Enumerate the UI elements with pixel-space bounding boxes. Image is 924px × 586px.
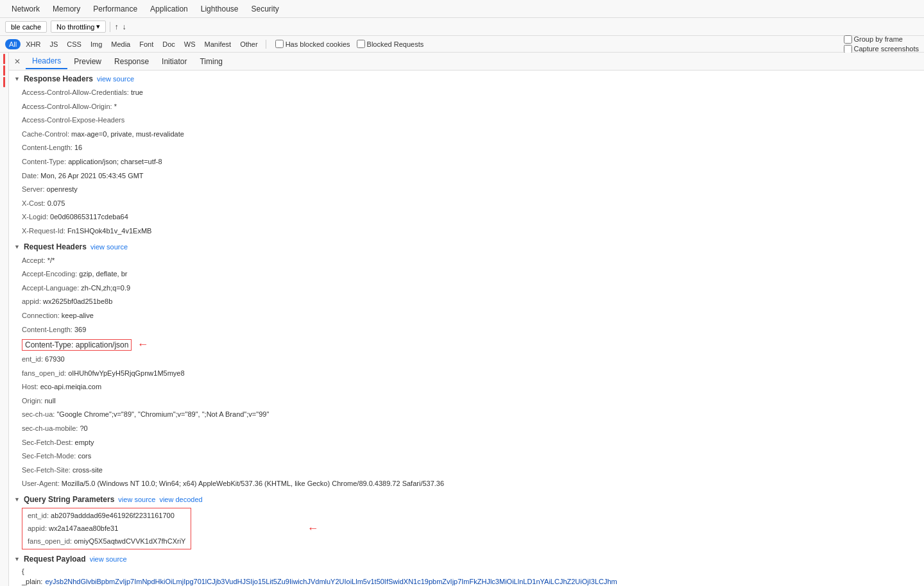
close-icon[interactable]: ✕ [14,57,21,66]
content-type-highlighted-row: Content-Type: application/json ← [14,337,919,353]
header-value: Mozilla/5.0 (Windows NT 10.0; Win64; x64… [62,480,444,487]
header-name: Origin: [22,397,42,405]
header-row: User-Agent: Mozilla/5.0 (Windows NT 10.0… [14,477,919,491]
header-name: Accept-Language: [22,284,79,292]
header-value: 369 [74,326,86,333]
view-source-link[interactable]: view source [118,496,155,503]
header-name: Connection: [22,312,60,319]
header-value: keep-alive [62,312,94,319]
header-name: Host: [22,383,38,390]
red-arrow-icon: ← [307,522,318,535]
filter-js[interactable]: JS [46,39,62,49]
query-params-section[interactable]: ▼ Query String Parameters view source vi… [14,491,919,506]
filter-other[interactable]: Other [236,39,262,49]
collapse-triangle: ▼ [14,76,20,82]
tab-initiator[interactable]: Initiator [155,54,193,69]
header-row: Access-Control-Allow-Origin: * [14,100,919,114]
blocked-cookies-checkbox[interactable] [275,40,284,48]
nav-security[interactable]: Security [245,2,286,16]
request-payload-section[interactable]: ▼ Request Payload view source [14,551,919,566]
disable-cache-button[interactable]: ble cache [5,21,47,33]
header-name: Accept: [22,256,46,264]
filter-css[interactable]: CSS [63,39,85,49]
header-row: Accept: */* [14,254,919,268]
filter-img[interactable]: Img [87,39,106,49]
nav-network[interactable]: Network [5,2,46,16]
header-value: true [131,88,143,96]
param-name: appid: [28,524,47,532]
header-value: cors [78,452,91,460]
view-decoded-link[interactable]: view decoded [159,496,202,503]
nav-memory[interactable]: Memory [46,2,87,16]
capture-screenshots-filter[interactable]: Capture screenshots [844,45,920,53]
header-name: appid: [22,297,41,305]
header-value: application/json [76,340,129,349]
header-name: Content-Type: [25,340,73,349]
header-name: Accept-Encoding: [22,270,77,278]
red-arrow-icon: ← [137,338,148,351]
header-name: Server: [22,185,44,193]
top-nav: Network Memory Performance Application L… [0,0,924,18]
filter-xhr[interactable]: XHR [22,39,44,49]
view-source-link[interactable]: view source [90,555,127,563]
header-name: X-Request-Id: [22,227,65,235]
header-name: Access-Control-Allow-Credentials: [22,88,129,96]
tab-response[interactable]: Response [108,54,155,69]
header-row: Sec-Fetch-Mode: cors [14,449,919,464]
request-indicator-3 [3,77,5,87]
filter-media[interactable]: Media [107,39,134,49]
filter-font[interactable]: Font [135,39,157,49]
header-row: Content-Type: application/json; charset=… [14,155,919,169]
view-source-link[interactable]: view source [90,243,128,251]
throttle-button[interactable]: No throttling ▾ [51,21,106,33]
filter-separator [266,40,266,49]
blocked-cookies-filter[interactable]: Has blocked cookies [275,40,350,48]
header-name: ent_id: [22,355,43,363]
tab-timing[interactable]: Timing [193,54,229,69]
nav-application[interactable]: Application [144,2,194,16]
header-name: Sec-Fetch-Dest: [22,439,73,446]
header-name: fans_open_id: [22,369,66,377]
view-source-link[interactable]: view source [97,75,134,83]
response-headers-list: Access-Control-Allow-Credentials: true A… [14,86,919,239]
header-row: Accept-Language: zh-CN,zh;q=0.9 [14,281,919,296]
filter-doc[interactable]: Doc [158,39,179,49]
filter-manifest[interactable]: Manifest [201,39,235,49]
request-headers-section[interactable]: ▼ Request Headers view source [14,239,919,254]
header-name: X-Logid: [22,213,48,221]
blocked-requests-filter[interactable]: Blocked Requests [357,40,424,48]
group-by-frame-filter[interactable]: Group by frame [844,35,920,44]
response-headers-section[interactable]: ▼ Response Headers view source [14,71,919,86]
header-name: Access-Control-Expose-Headers [22,116,124,124]
payload-json-row: { [22,566,919,576]
upload-icon[interactable]: ↑ [114,22,118,31]
download-icon[interactable]: ↓ [122,22,126,31]
header-name: Sec-Fetch-Mode: [22,452,76,460]
capture-screenshots-checkbox[interactable] [844,45,852,53]
header-row: Cache-Control: max-age=0, private, must-… [14,128,919,142]
param-row: fans_open_id: omiyQ5X5aqtwdCVVK1dX7fhCXr… [28,535,185,548]
header-name: Content-Length: [22,144,73,151]
header-name: Sec-Fetch-Site: [22,466,71,474]
header-value: oIHUh0fwYpEyH5RjqGpnw1M5mye8 [68,369,184,377]
header-value: 0e0d608653117cdeba64 [50,213,128,221]
blocked-requests-checkbox[interactable] [357,40,365,48]
query-params-title: Query String Parameters [24,495,114,504]
header-row: X-Request-Id: Fn1SHQok4b1v_4v1ExMB [14,224,919,239]
header-row: Origin: null [14,394,919,408]
header-row: Accept-Encoding: gzip, deflate, br [14,267,919,281]
nav-lighthouse[interactable]: Lighthouse [194,2,245,16]
toolbar-separator [110,22,110,32]
payload-plain-value: eyJsb2NhdGlvbiBpbmZvIjp7ImNpdHkiOiLmjIpg… [45,578,622,586]
collapse-triangle: ▼ [14,244,20,250]
filter-all[interactable]: All [5,39,21,49]
nav-performance[interactable]: Performance [87,2,144,16]
tab-preview[interactable]: Preview [67,54,108,69]
tab-headers[interactable]: Headers [26,54,67,69]
group-by-frame-checkbox[interactable] [844,35,852,44]
header-name: Content-Length: [22,326,73,333]
payload-box: { _plain: eyJsb2NhdGlvbiBpbmZvIjp7ImNpdH… [22,566,919,586]
detail-panel: ✕ Headers Preview Response Initiator Tim… [9,53,924,586]
filter-ws[interactable]: WS [180,39,200,49]
headers-content: ▼ Response Headers view source Access-Co… [9,71,924,586]
